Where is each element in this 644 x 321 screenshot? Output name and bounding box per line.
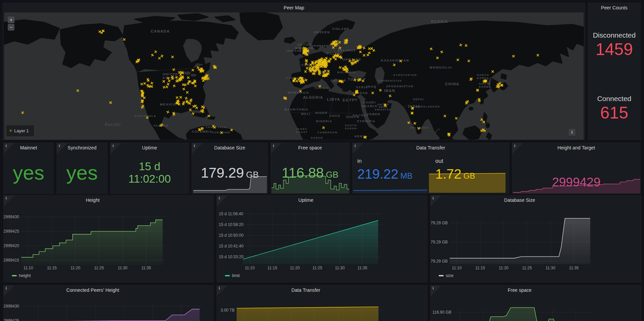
svg-text:VENEZUELA: VENEZUELA xyxy=(206,126,227,129)
uptime-stat-title[interactable]: Uptime xyxy=(111,145,189,150)
svg-text:11:15: 11:15 xyxy=(268,266,277,270)
panel-info-icon[interactable]: i xyxy=(57,143,68,154)
uptime-chart-title[interactable]: Uptime xyxy=(217,197,395,203)
svg-text:2999425: 2999425 xyxy=(4,229,19,234)
svg-text:15 d 10:58:20: 15 d 10:58:20 xyxy=(219,222,244,227)
svg-text:NEPAL: NEPAL xyxy=(413,98,425,101)
out-unit: GB xyxy=(464,171,475,181)
svg-text:11:30: 11:30 xyxy=(335,266,345,270)
svg-text:179.29 GB: 179.29 GB xyxy=(431,221,448,225)
svg-text:2999415: 2999415 xyxy=(4,258,19,263)
height-target-value: 2999429 xyxy=(512,175,640,189)
out-label: out xyxy=(435,158,475,165)
svg-text:MONGOLIA: MONGOLIA xyxy=(430,65,452,69)
panel-database-size-stat: i Database Size 179.29 GB xyxy=(192,143,268,194)
panel-info-icon[interactable]: i xyxy=(512,143,523,154)
map-layer-legend[interactable]: ✕ Layer 1 xyxy=(6,125,34,136)
svg-text:2999420: 2999420 xyxy=(4,243,19,248)
panel-info-icon[interactable]: i xyxy=(431,195,441,206)
svg-text:LIBYA: LIBYA xyxy=(327,97,340,101)
svg-text:CHINA: CHINA xyxy=(445,82,459,86)
panel-data-transfer-chart: i Data Transfer 3.00 TB11:1011:1511:2011… xyxy=(216,285,428,321)
marker-x-icon: ✕ xyxy=(9,129,12,133)
peer-counts-title[interactable]: Peer Counts xyxy=(588,5,640,10)
svg-text:Pacific: Pacific xyxy=(105,122,121,127)
svg-text:MAURITANIA: MAURITANIA xyxy=(284,108,309,111)
svg-text:11:30: 11:30 xyxy=(118,266,127,270)
svg-text:11:25: 11:25 xyxy=(313,266,322,270)
svg-text:ERITREA: ERITREA xyxy=(353,114,368,117)
svg-text:AFGHANISTAN: AFGHANISTAN xyxy=(386,85,413,88)
panel-info-icon[interactable]: i xyxy=(353,143,363,154)
panel-info-icon[interactable]: i xyxy=(192,143,203,154)
svg-text:11:25: 11:25 xyxy=(94,266,104,270)
mainnet-value: yes xyxy=(13,164,44,182)
database-size-stat-title[interactable]: Database Size xyxy=(192,145,268,150)
panel-info-icon[interactable]: i xyxy=(111,143,121,154)
svg-text:limit: limit xyxy=(232,273,240,278)
svg-text:CAMEROON: CAMEROON xyxy=(318,131,338,134)
svg-text:NIGER: NIGER xyxy=(315,111,327,114)
free-space-chart-title[interactable]: Free space xyxy=(431,287,609,293)
svg-text:11:20: 11:20 xyxy=(499,266,509,270)
map-attribution-button[interactable]: i xyxy=(569,129,575,136)
map-zoom-in-button[interactable]: + xyxy=(8,16,14,23)
data-transfer-chart-title[interactable]: Data Transfer xyxy=(217,287,395,293)
database-size-sparkline xyxy=(192,143,268,194)
data-transfer-stat-title[interactable]: Data Transfer xyxy=(353,145,509,150)
connected-peers-height-title[interactable]: Connected Peers' Height xyxy=(4,287,182,293)
panel-info-icon[interactable]: i xyxy=(4,195,14,206)
panel-info-icon[interactable]: i xyxy=(431,285,441,296)
world-map[interactable]: RUSSIACANADAUNITEDSTATESMEXICOGUATEMALAP… xyxy=(3,12,585,140)
database-size-chart-title[interactable]: Database Size xyxy=(431,197,609,203)
map-zoom-out-button[interactable]: − xyxy=(8,24,14,31)
panel-mainnet: i Mainnet yes xyxy=(3,143,54,194)
svg-text:11:15: 11:15 xyxy=(47,266,57,270)
panel-info-icon[interactable]: i xyxy=(271,143,282,154)
svg-text:MEXICO: MEXICO xyxy=(160,102,176,106)
panel-database-size-chart: i Database Size 179.29 GB179.29 GB179.29… xyxy=(430,195,641,282)
svg-text:size: size xyxy=(446,273,453,278)
grafana-dashboard: Peer Map xyxy=(0,0,644,321)
uptime-days: 15 d xyxy=(139,160,160,173)
panel-info-icon[interactable]: i xyxy=(217,195,228,206)
svg-text:SAUDIARABIA: SAUDIARABIA xyxy=(361,100,377,108)
data-transfer-in: in 219.22 MB xyxy=(357,158,412,182)
free-space-stat-title[interactable]: Free space xyxy=(271,145,349,150)
panel-uptime-chart: i Uptime 15 d 11:06:4015 d 10:58:2015 d … xyxy=(216,195,428,282)
svg-text:IRAN: IRAN xyxy=(384,89,395,93)
panel-synchronized: i Synchronized yes xyxy=(56,143,108,194)
height-chart-title[interactable]: Height xyxy=(4,197,182,203)
svg-text:15 d 10:33:20: 15 d 10:33:20 xyxy=(219,255,244,259)
svg-text:3.00 TB: 3.00 TB xyxy=(220,308,235,313)
height-chart: 299943029994252999420299941511:1011:1511… xyxy=(4,195,213,284)
panel-data-transfer-stat: i Data Transfer in 219.22 MB out 1.72 GB xyxy=(352,143,509,194)
map-zoom-control: + − xyxy=(8,16,14,31)
panel-height-and-target: i Height and Target 2999429 xyxy=(512,143,641,194)
svg-text:15 d 10:50:00: 15 d 10:50:00 xyxy=(219,233,244,238)
peer-map-title[interactable]: Peer Map xyxy=(3,5,585,10)
svg-text:11:20: 11:20 xyxy=(290,266,300,270)
free-space-sparkline xyxy=(271,143,350,194)
svg-text:IRELAND: IRELAND xyxy=(286,49,302,52)
svg-text:height: height xyxy=(19,273,31,278)
data-transfer-out: out 1.72 GB xyxy=(435,158,475,182)
database-size-chart: 179.29 GB179.29 GB179.29 GB11:1011:1511:… xyxy=(431,195,641,284)
svg-text:11:10: 11:10 xyxy=(245,266,255,270)
svg-text:IRAQ: IRAQ xyxy=(366,85,376,88)
in-label: in xyxy=(357,158,412,165)
panel-info-icon[interactable]: i xyxy=(4,143,14,154)
panel-connected-peers-height-chart: i Connected Peers' Height 29994302999425… xyxy=(3,285,214,321)
svg-text:RUSSIA: RUSSIA xyxy=(431,19,448,24)
svg-text:ETHIOPIA: ETHIOPIA xyxy=(357,120,375,123)
panel-info-icon[interactable]: i xyxy=(217,285,228,296)
svg-text:2999430: 2999430 xyxy=(4,215,19,219)
svg-text:11:25: 11:25 xyxy=(522,266,532,270)
svg-text:IVORYCOAST: IVORYCOAST xyxy=(296,128,308,134)
height-target-title[interactable]: Height and Target xyxy=(512,145,640,150)
svg-text:2999425: 2999425 xyxy=(4,318,19,321)
panel-info-icon[interactable]: i xyxy=(4,285,14,296)
layer-legend-label: Layer 1 xyxy=(14,128,29,133)
panel-peer-map: Peer Map xyxy=(3,3,585,140)
out-value: 1.72 xyxy=(435,167,461,182)
